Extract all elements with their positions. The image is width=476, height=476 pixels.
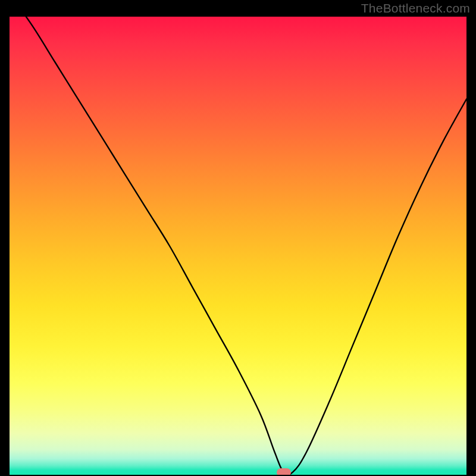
plot-area [10, 17, 466, 475]
optimum-marker [277, 468, 291, 475]
chart-frame: TheBottleneck.com [0, 0, 476, 476]
bottleneck-curve [10, 17, 466, 475]
watermark-text: TheBottleneck.com [361, 1, 470, 15]
